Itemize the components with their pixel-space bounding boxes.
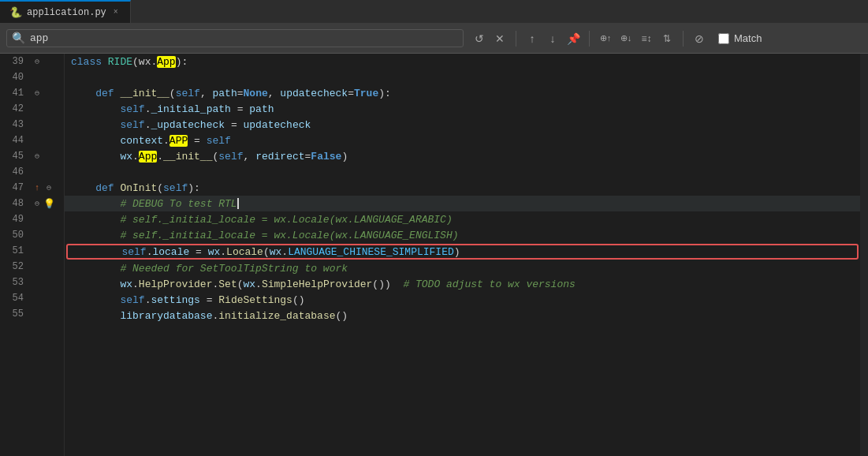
toggle-replace-button[interactable]: ⇅ [658, 29, 676, 48]
function-name: __init__ [120, 88, 169, 99]
line-number-50: 50 [0, 230, 30, 241]
line-number-40: 40 [0, 72, 30, 83]
pin-button[interactable]: 📌 [564, 29, 583, 48]
code-line-39: class RIDE(wx.App): [65, 54, 860, 69]
gutter-row-53: 53 [0, 275, 64, 290]
keyword-def: def [95, 88, 120, 99]
search-match-app-39: App [157, 56, 175, 68]
code-line-51: self.locale = wx.Locale(wx.LANGUAGE_CHIN… [66, 244, 859, 260]
search-icon: 🔍 [12, 32, 25, 45]
nav-buttons: ↑ ↓ 📌 [523, 29, 583, 48]
gutter-row-39: 39 ⊖ [0, 54, 64, 69]
comment-50: # self._initial_locale = wx.Locale(wx.LA… [120, 230, 458, 241]
keyword-def-47: def [95, 182, 120, 194]
line-number-42: 42 [0, 103, 30, 114]
gutter-row-49: 49 [0, 211, 64, 227]
match-label: Match [734, 32, 762, 44]
tab-bar: 🐍 application.py × [0, 0, 868, 24]
code-line-40 [65, 69, 860, 85]
code-line-44: context.APP = self [65, 133, 860, 148]
prev-match-button[interactable]: ↑ [523, 29, 542, 48]
code-line-47: def OnInit(self): [65, 180, 860, 196]
code-area: 39 ⊖ 40 41 ⊖ 42 43 44 45 [0, 54, 868, 456]
cursor-buttons: ⊕↑ ⊕↓ ≡↕ ⇅ [596, 29, 676, 48]
add-cursor-above-button[interactable]: ⊕↑ [596, 29, 615, 48]
tab-close-button[interactable]: × [111, 7, 121, 17]
code-line-55: librarydatabase.initialize_database() [65, 308, 860, 323]
clear-button[interactable]: ✕ [490, 29, 509, 48]
comment-48: # DEBUG To test RTL [120, 198, 237, 210]
gutter-row-46: 46 [0, 164, 64, 180]
line-number-53: 53 [0, 277, 30, 288]
code-line-41: def __init__(self, path=None, updatechec… [65, 85, 860, 101]
file-tab[interactable]: 🐍 application.py × [0, 0, 131, 23]
gutter-row-55: 55 [0, 306, 64, 322]
text-cursor [237, 198, 239, 209]
comment-52: # Needed for SetToolTipString to work [120, 263, 348, 275]
divider2 [589, 31, 590, 47]
code-line-53: wx.HelpProvider.Set(wx.SimpleHelpProvide… [65, 276, 860, 292]
divider3 [683, 31, 684, 47]
code-line-52: # Needed for SetToolTipString to work [65, 260, 860, 276]
line-number-45: 45 [0, 151, 30, 162]
fold-icon-47[interactable]: ⊖ [43, 182, 54, 193]
line-number-52: 52 [0, 261, 30, 272]
keyword-class: class [71, 56, 108, 68]
gutter-row-48: 48 ⊖ 💡 [0, 196, 64, 211]
gutter-row-50: 50 [0, 227, 64, 243]
fold-icon-41[interactable]: ⊖ [32, 88, 43, 99]
fn-oninit: OnInit [120, 182, 157, 194]
code-line-43: self._updatecheck = updatecheck [65, 117, 860, 133]
fold-icon-48[interactable]: ⊖ [32, 198, 43, 209]
filter-button[interactable]: ⊘ [690, 29, 709, 48]
line-number-46: 46 [0, 166, 30, 178]
gutter-row-54: 54 [0, 290, 64, 306]
fold-icon-45[interactable]: ⊖ [32, 151, 43, 162]
gutter-row-42: 42 [0, 101, 64, 117]
line-number-55: 55 [0, 308, 30, 320]
gutter-row-40: 40 [0, 69, 64, 85]
divider [516, 31, 516, 47]
search-match-app-45: App [139, 151, 157, 163]
line-number-49: 49 [0, 214, 30, 225]
scrollbar[interactable] [860, 54, 868, 456]
python-icon: 🐍 [9, 6, 22, 19]
bulb-icon-48[interactable]: 💡 [43, 198, 54, 209]
code-line-49: # self._initial_locale = wx.Locale(wx.LA… [65, 211, 860, 227]
refresh-button[interactable]: ↺ [470, 29, 489, 48]
comment-53: # TODO adjust to wx versions [403, 278, 575, 290]
line-number-54: 54 [0, 293, 30, 304]
code-lines: class RIDE(wx.App): def __init__(self, p… [65, 54, 860, 456]
code-line-42: self._initial_path = path [65, 101, 860, 117]
line-number-44: 44 [0, 135, 30, 146]
match-container: Match [718, 32, 762, 44]
gutter-row-52: 52 [0, 259, 64, 275]
gutter-row-44: 44 [0, 133, 64, 148]
next-match-button[interactable]: ↓ [543, 29, 562, 48]
add-cursor-below-button[interactable]: ⊕↓ [617, 29, 635, 48]
line-number-41: 41 [0, 88, 30, 99]
comment-49: # self._initial_locale = wx.Locale(wx.LA… [120, 214, 452, 226]
gutter-row-41: 41 ⊖ [0, 85, 64, 101]
code-line-46 [65, 164, 860, 180]
class-name: RIDE [108, 56, 132, 68]
fold-icon-39[interactable]: ⊖ [32, 56, 43, 67]
gutter-row-45: 45 ⊖ [0, 148, 64, 164]
match-checkbox[interactable] [718, 33, 729, 44]
gutter-row-43: 43 [0, 117, 64, 133]
search-actions: ↺ ✕ [470, 29, 509, 48]
select-all-button[interactable]: ≡↕ [637, 29, 656, 48]
line-number-47: 47 [0, 182, 30, 193]
gutter-row-47: 47 ↑ ⊖ [0, 180, 64, 196]
code-line-50: # self._initial_locale = wx.Locale(wx.LA… [65, 227, 860, 243]
search-input[interactable] [30, 32, 424, 44]
search-match-app-44: APP [170, 135, 188, 147]
search-bar: 🔍 ↺ ✕ ↑ ↓ 📌 ⊕↑ ⊕↓ ≡↕ ⇅ ⊘ Match [0, 24, 868, 54]
tab-label: application.py [27, 7, 106, 18]
line-number-39: 39 [0, 56, 30, 67]
arrow-icon-47: ↑ [32, 182, 43, 193]
code-line-54: self.settings = RideSettings() [65, 292, 860, 308]
code-line-45: wx.App.__init__(self, redirect=False) [65, 148, 860, 164]
code-line-48: # DEBUG To test RTL [65, 196, 860, 211]
line-number-43: 43 [0, 119, 30, 130]
